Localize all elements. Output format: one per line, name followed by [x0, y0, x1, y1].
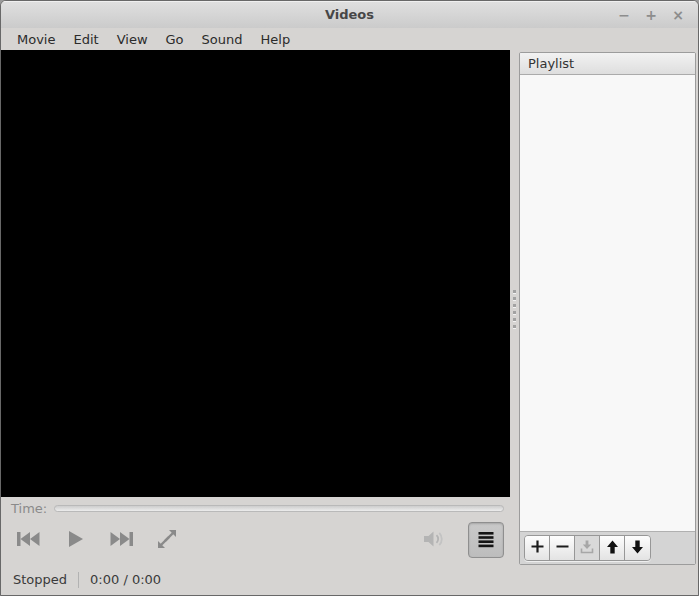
menubar: Movie Edit View Go Sound Help — [1, 28, 698, 50]
menu-go[interactable]: Go — [158, 30, 192, 49]
move-up-button[interactable] — [600, 536, 625, 560]
previous-icon — [14, 527, 44, 554]
play-icon — [63, 527, 87, 554]
next-button[interactable] — [102, 522, 140, 558]
sidebar-toggle-button[interactable] — [468, 522, 504, 558]
playback-time: 0:00 / 0:00 — [90, 572, 161, 587]
status-divider — [78, 572, 79, 588]
menu-movie[interactable]: Movie — [9, 30, 63, 49]
titlebar[interactable]: Videos − + × — [1, 1, 698, 28]
playlist-toolbar — [520, 531, 695, 564]
app-window: Videos − + × Movie Edit View Go Sound He… — [0, 0, 699, 596]
move-down-button[interactable] — [625, 536, 650, 560]
close-button[interactable]: × — [670, 7, 686, 23]
move-up-icon — [605, 539, 620, 558]
content-area: Time: — [1, 50, 698, 595]
minimize-button[interactable]: − — [616, 7, 632, 23]
volume-icon — [422, 535, 446, 554]
menu-edit[interactable]: Edit — [65, 30, 106, 49]
remove-icon — [555, 539, 570, 557]
add-icon — [530, 539, 545, 557]
save-playlist-button[interactable] — [575, 536, 600, 560]
maximize-icon: + — [645, 7, 657, 23]
remove-button[interactable] — [550, 536, 575, 560]
menu-help[interactable]: Help — [253, 30, 299, 49]
seek-row: Time: — [1, 497, 510, 516]
playlist-panel: Playlist — [519, 52, 696, 565]
time-label: Time: — [11, 501, 47, 516]
save-playlist-icon — [579, 539, 595, 558]
statusbar: Stopped 0:00 / 0:00 — [1, 564, 510, 595]
fullscreen-icon — [154, 526, 180, 555]
seek-slider[interactable] — [54, 505, 504, 512]
maximize-button[interactable]: + — [643, 7, 659, 23]
menu-sound[interactable]: Sound — [194, 30, 251, 49]
next-icon — [106, 527, 136, 554]
pane-splitter[interactable] — [510, 50, 519, 595]
move-down-icon — [630, 539, 645, 558]
playlist-title: Playlist — [528, 56, 574, 71]
add-button[interactable] — [525, 536, 550, 560]
window-controls: − + × — [616, 1, 686, 28]
playlist-list[interactable] — [520, 75, 695, 531]
window-title: Videos — [325, 7, 374, 22]
splitter-grip-icon — [513, 290, 516, 293]
fullscreen-button[interactable] — [148, 522, 186, 558]
video-display — [1, 50, 510, 497]
volume-button[interactable] — [422, 528, 446, 554]
playback-state: Stopped — [13, 572, 67, 587]
menu-view[interactable]: View — [109, 30, 156, 49]
playback-controls — [1, 516, 510, 564]
previous-button[interactable] — [10, 522, 48, 558]
sidebar-toggle-icon — [476, 529, 496, 552]
playlist-button-group — [524, 535, 651, 561]
close-icon: × — [672, 7, 684, 23]
play-button[interactable] — [56, 522, 94, 558]
player-pane: Time: — [1, 50, 510, 595]
minimize-icon: − — [618, 7, 630, 23]
playlist-header: Playlist — [520, 53, 695, 75]
sidebar: Playlist — [519, 50, 698, 595]
